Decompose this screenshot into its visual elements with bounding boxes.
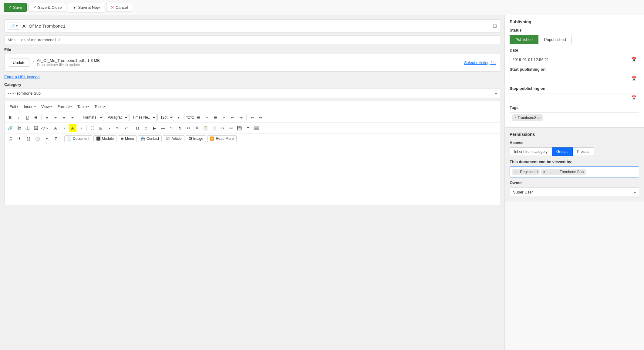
save-to-file-button[interactable]: 💾 (235, 124, 243, 132)
grid-view-icon[interactable]: ⊞ (493, 23, 497, 29)
insert-image-button[interactable]: 🖼 Image (186, 135, 206, 142)
select-existing-file-link[interactable]: Select existing file (464, 60, 496, 65)
rtl-button[interactable]: ↤ (227, 124, 235, 132)
bg-color-button[interactable]: A (69, 124, 76, 132)
bullet-list-button[interactable]: ☰ (194, 113, 202, 121)
copy-button[interactable]: ⧉ (193, 124, 201, 132)
start-publishing-input[interactable] (512, 76, 629, 81)
increase-indent-button[interactable]: ⇥ (237, 113, 245, 121)
media-button[interactable]: ▶ (150, 124, 158, 132)
special-chars-button[interactable]: ⌥⌥ (186, 113, 194, 121)
strikethrough-button[interactable]: S (32, 113, 40, 121)
link-button[interactable]: 🔗 (6, 124, 14, 132)
editor-body[interactable] (5, 144, 500, 205)
image-button[interactable]: 🖼 (32, 124, 40, 132)
insert-menu-button[interactable]: ☰ Menu (118, 135, 137, 142)
undo-button[interactable]: ↩ (248, 113, 256, 121)
viewers-field[interactable]: × - Registered × - - - - - - Trombone Su… (510, 167, 639, 177)
formats-select[interactable]: Formats (80, 114, 104, 121)
clear-format-button[interactable]: T (52, 135, 60, 143)
bold-button[interactable]: B (6, 113, 14, 121)
tag-remove-icon[interactable]: × (514, 116, 516, 119)
blockquote-button[interactable]: ❝ (244, 124, 252, 132)
menu-table[interactable]: Table ▾ (75, 103, 91, 110)
font-color-button[interactable]: A (52, 124, 59, 132)
emoji-button[interactable]: ☺ (142, 124, 150, 132)
align-justify-button[interactable]: ≡ (69, 113, 76, 121)
clock-arrow[interactable]: ▾ (43, 135, 51, 143)
owner-select[interactable]: Super User (510, 187, 639, 197)
published-button[interactable]: Published (510, 35, 538, 44)
page-break-button[interactable]: ¶ (167, 124, 175, 132)
cancel-button[interactable]: ✕ Cancel (106, 3, 132, 12)
source-button[interactable]: {;} (25, 135, 32, 143)
bullet-list-arrow[interactable]: ▾ (203, 113, 211, 121)
fullscreen-button[interactable]: ⛶ (88, 124, 96, 132)
page-break2-button[interactable]: ¶ (176, 124, 184, 132)
stop-cal-icon[interactable]: 📅 (631, 95, 636, 100)
print-button[interactable]: 🖨 (6, 135, 14, 143)
start-cal-icon[interactable]: 📅 (631, 76, 636, 81)
menu-insert[interactable]: Insert ▾ (21, 103, 38, 110)
align-center-button[interactable]: ≡ (52, 113, 59, 121)
table-arrow[interactable]: ▾ (105, 124, 113, 132)
unpublished-button[interactable]: Unpublished (538, 35, 572, 44)
save-close-button[interactable]: ✓ Save & Close (29, 3, 66, 12)
redo-button[interactable]: ↪ (257, 113, 265, 121)
code-button[interactable]: </> (40, 124, 48, 132)
title-icon-button[interactable]: 📄 ▾ (8, 22, 20, 30)
viewers-input[interactable] (587, 170, 636, 174)
anchor-button[interactable]: ⚓ (23, 124, 31, 132)
presets-button[interactable]: Presets (573, 147, 594, 156)
ltr-button[interactable]: ↦ (218, 124, 226, 132)
numbered-list-button[interactable]: ☰ (211, 113, 219, 121)
underline-button[interactable]: U (23, 113, 31, 121)
superscript-button[interactable]: x² (122, 124, 130, 132)
clock-button[interactable]: 🕐 (34, 135, 42, 143)
stop-publishing-input[interactable] (512, 96, 629, 100)
insert-module-button[interactable]: ⬛ Module (93, 135, 116, 142)
category-select[interactable]: - - - Trombone Sub (4, 89, 500, 98)
insert-document-button[interactable]: 📄 Document (64, 135, 92, 142)
menu-view[interactable]: View ▾ (39, 103, 54, 110)
font-size-down-button[interactable]: ▾ (175, 113, 183, 121)
keyboard-shortcuts-button[interactable]: ⌨ (252, 124, 260, 132)
save-button[interactable]: ✓ Save (4, 3, 27, 12)
viewer-remove-2[interactable]: × (543, 170, 545, 174)
italic-button[interactable]: I (15, 113, 23, 121)
date-calendar-icon[interactable]: 📅 (631, 57, 636, 62)
save-new-button[interactable]: ＋ Save & New (68, 3, 104, 12)
subscript-button[interactable]: x₂ (114, 124, 122, 132)
size-select[interactable]: 12pt (157, 114, 174, 121)
table-insert-button[interactable]: ⊞ (97, 124, 105, 132)
inherit-from-category-button[interactable]: Inherit from category (510, 147, 552, 156)
tags-field[interactable]: × TromboneSub (510, 112, 639, 123)
hr-button[interactable]: — (159, 124, 167, 132)
align-left-button[interactable]: ≡ (43, 113, 51, 121)
font-color-arrow[interactable]: ▾ (60, 124, 68, 132)
insert-readmore-button[interactable]: 🔽 Read More (207, 135, 236, 142)
special-char-button[interactable]: Ω (133, 124, 141, 132)
preview-button[interactable]: 👁 (15, 135, 23, 143)
paste-plain-button[interactable]: 📄 (210, 124, 218, 132)
menu-tools[interactable]: Tools ▾ (92, 103, 108, 110)
groups-button[interactable]: Groups (552, 147, 573, 156)
file-update-button[interactable]: Update (9, 59, 29, 67)
paragraph-select[interactable]: Paragraph (105, 114, 129, 121)
align-right-button[interactable]: ≡ (60, 113, 68, 121)
menu-format[interactable]: Format ▾ (55, 103, 74, 110)
bg-color-arrow[interactable]: ▾ (77, 124, 85, 132)
menu-edit[interactable]: Edit ▾ (7, 103, 21, 110)
enter-url-link[interactable]: Enter a URL instead (4, 75, 40, 79)
viewer-remove-1[interactable]: × (514, 170, 517, 174)
alias-input[interactable] (21, 38, 497, 42)
font-select[interactable]: Times Ne... (130, 114, 157, 121)
decrease-indent-button[interactable]: ⇤ (228, 113, 236, 121)
date-input[interactable] (512, 57, 629, 62)
paste-button[interactable]: 📋 (201, 124, 209, 132)
cut-button[interactable]: ✂ (184, 124, 192, 132)
insert-contact-button[interactable]: 📇 Contact (138, 135, 162, 142)
article-title-input[interactable] (22, 23, 491, 29)
numbered-list-arrow[interactable]: ▾ (220, 113, 228, 121)
unlink-button[interactable]: ⛓ (15, 124, 23, 132)
